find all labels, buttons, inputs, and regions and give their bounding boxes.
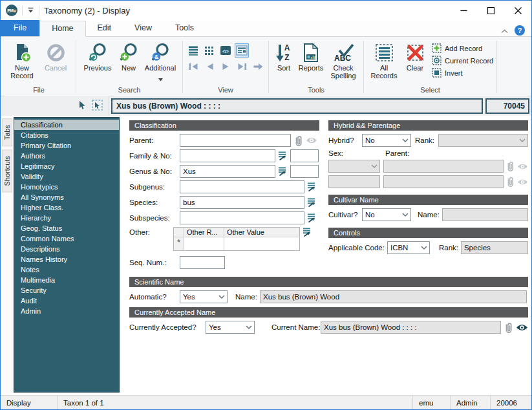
tab-view[interactable]: View — [123, 20, 164, 36]
subgenus-input[interactable] — [180, 180, 304, 193]
maximize-button[interactable] — [477, 1, 504, 20]
pointer-tool-icon[interactable] — [78, 100, 86, 113]
quick-access-dropdown-icon[interactable] — [27, 7, 34, 14]
close-button[interactable] — [504, 1, 531, 20]
sidebar-item-homotypics[interactable]: Homotypics — [14, 182, 119, 192]
genus-no-input[interactable] — [290, 165, 319, 178]
strip-tab-shortcuts[interactable]: Shortcuts — [2, 149, 12, 192]
sidebar-item-hierarchy[interactable]: Hierarchy — [14, 213, 119, 223]
first-record-button[interactable] — [186, 61, 200, 72]
help-icon[interactable]: ? — [515, 25, 525, 36]
current-name-input[interactable]: Xus bus (Brown) Wood : : : : — [321, 321, 501, 334]
sidebar-item-descriptions[interactable]: Descriptions — [14, 244, 119, 254]
section-header-controls: Controls — [328, 228, 528, 238]
sidebar-item-notes[interactable]: Notes — [14, 264, 119, 275]
cultivar-combo[interactable]: No — [362, 208, 411, 221]
cultivar-name-input[interactable] — [442, 208, 528, 221]
hybrid-rank-combo[interactable] — [438, 134, 528, 147]
other-ranks-table[interactable]: Other R... Other Value * — [173, 227, 300, 251]
tab-file[interactable]: File — [1, 20, 39, 36]
hybrid-parent-input[interactable] — [383, 160, 504, 173]
other-value-column-header[interactable]: Other Value — [224, 228, 299, 237]
classification-section: Classification Parent: Family & No: — [129, 120, 319, 272]
sidebar-item-authors[interactable]: Authors — [14, 151, 119, 161]
reports-button[interactable]: Reports — [295, 40, 326, 72]
sidebar-item-audit[interactable]: Audit — [14, 296, 119, 306]
cultivar-label: Cultivar? — [328, 211, 362, 219]
strip-tab-tabs[interactable]: Tabs — [2, 118, 12, 146]
sidebar-item-geog-status[interactable]: Geog. Status — [14, 223, 119, 233]
sidebar-item-common-names[interactable]: Common Names — [14, 233, 119, 244]
goto-record-button[interactable] — [251, 61, 265, 72]
new-row-selector[interactable]: * — [174, 237, 184, 250]
automatic-combo[interactable]: Yes — [180, 290, 228, 303]
sidebar-item-classification[interactable]: Classification — [14, 120, 119, 130]
tab-home[interactable]: Home — [39, 21, 85, 37]
tab-edit[interactable]: Edit — [86, 20, 123, 36]
additional-search-button[interactable]: & Additional — [142, 40, 179, 84]
collapse-ribbon-icon[interactable] — [501, 25, 508, 36]
add-record-button[interactable]: Add Record — [432, 43, 493, 53]
sex2-input[interactable] — [328, 175, 380, 188]
currently-accepted-combo[interactable]: Yes — [206, 321, 255, 334]
lookup-list-icon[interactable] — [277, 151, 288, 161]
sidebar-item-primary-citation[interactable]: Primary Citation — [14, 140, 119, 151]
previous-search-button[interactable]: Previous — [80, 40, 116, 72]
emu-logo-icon[interactable]: EMu — [6, 5, 17, 16]
invert-selection-button[interactable]: Invert — [432, 68, 493, 78]
hybrid-parent2-input[interactable] — [383, 175, 504, 188]
next-record-button[interactable] — [218, 61, 233, 72]
check-spelling-button[interactable]: ABC Check Spelling — [326, 40, 360, 80]
sidebar-item-multimedia[interactable]: Multimedia — [14, 275, 119, 285]
attach-icon[interactable] — [293, 135, 304, 147]
applicable-code-combo[interactable]: ICBN — [387, 241, 430, 254]
clear-selection-button[interactable]: Clear — [401, 40, 429, 72]
sort-button[interactable]: AZ Sort — [272, 40, 295, 72]
eye-icon[interactable] — [516, 323, 528, 332]
seq-num-input[interactable] — [180, 256, 225, 269]
tab-tools[interactable]: Tools — [164, 20, 206, 36]
sidebar-item-security[interactable]: Security — [14, 285, 119, 296]
sidebar-item-citations[interactable]: Citations — [14, 130, 119, 140]
subspecies-input[interactable] — [180, 211, 304, 224]
last-record-button[interactable] — [235, 61, 249, 72]
all-records-button[interactable]: All Records — [367, 40, 401, 80]
lookup-list-icon[interactable] — [306, 213, 317, 223]
controls-rank-input[interactable]: Species — [461, 241, 528, 254]
attach-icon[interactable] — [503, 321, 514, 334]
status-table-id: 20006 — [490, 396, 531, 409]
lookup-list-icon[interactable] — [302, 227, 312, 237]
sidebar-item-validity[interactable]: Validity — [14, 171, 119, 182]
grid-view-button[interactable] — [202, 43, 217, 58]
new-record-button[interactable]: New Record — [5, 40, 39, 80]
sidebar-item-admin[interactable]: Admin — [14, 306, 119, 316]
lookup-list-icon[interactable] — [306, 182, 317, 192]
other-rank-cell[interactable] — [184, 237, 224, 250]
current-record-button[interactable]: Current Record — [432, 56, 493, 65]
family-input[interactable] — [180, 149, 275, 162]
family-no-input[interactable] — [290, 149, 319, 162]
other-value-cell[interactable] — [224, 237, 299, 250]
scientific-name-input[interactable]: Xus bus (Brown) Wood — [260, 290, 527, 303]
marquee-select-icon[interactable] — [92, 100, 103, 113]
list-view-button[interactable] — [186, 43, 200, 58]
other-rank-column-header[interactable]: Other R... — [184, 228, 224, 237]
sex-combo[interactable] — [328, 160, 380, 173]
sidebar-item-higher-class[interactable]: Higher Class. — [14, 202, 119, 213]
hybrid-combo[interactable]: No — [362, 134, 411, 147]
genus-input[interactable]: Xus — [180, 165, 275, 178]
automatic-label: Automatic? — [129, 293, 180, 301]
parent-input[interactable] — [180, 134, 291, 147]
form-view-button[interactable] — [235, 43, 249, 58]
species-input[interactable]: bus — [180, 196, 304, 209]
cancel-button[interactable]: Cancel — [39, 40, 72, 72]
lookup-list-icon[interactable] — [306, 197, 317, 208]
sidebar-item-all-synonyms[interactable]: All Synonyms — [14, 192, 119, 202]
new-search-button[interactable]: New — [116, 40, 142, 72]
code-view-button[interactable]: </> — [218, 43, 233, 58]
sidebar-item-names-history[interactable]: Names History — [14, 254, 119, 264]
lookup-list-icon[interactable] — [277, 166, 288, 177]
sidebar-item-legitimacy[interactable]: Legitimacy — [14, 161, 119, 171]
previous-record-button[interactable] — [202, 61, 217, 72]
minimize-button[interactable] — [450, 1, 477, 20]
